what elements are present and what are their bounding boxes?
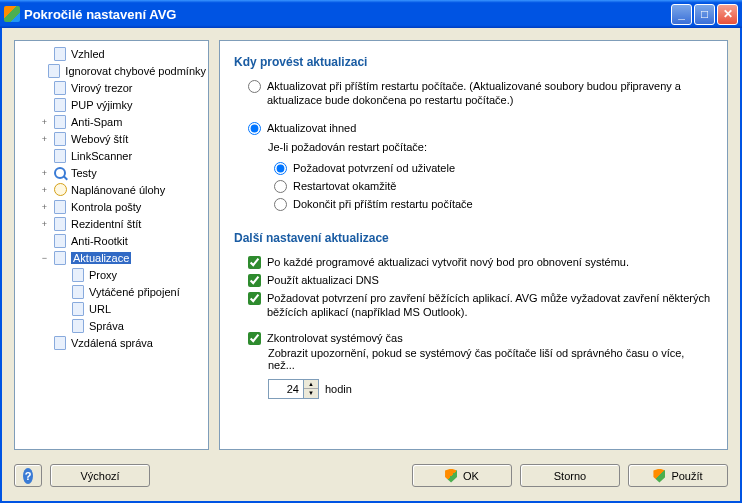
page-icon [70, 318, 86, 334]
radio-update-now-input[interactable] [248, 122, 261, 135]
check-restore-point-label: Po každé programové aktualizaci vytvořit… [267, 255, 713, 269]
maximize-button[interactable]: □ [694, 4, 715, 25]
shield-icon [653, 469, 665, 483]
tree-item[interactable]: +Webový štít [17, 130, 206, 147]
clock-icon [52, 182, 68, 198]
tree-pane: VzhledIgnorovat chybové podmínkyVirový t… [14, 40, 209, 450]
content-pane: Kdy provést aktualizaci Aktualizovat při… [219, 40, 728, 450]
tree-item[interactable]: +Rezidentní štít [17, 215, 206, 232]
tree-item-label: URL [89, 303, 111, 315]
radio-update-on-restart[interactable]: Aktualizovat při příštím restartu počíta… [234, 77, 713, 109]
tree-item[interactable]: URL [17, 300, 206, 317]
tree-item[interactable]: Správa [17, 317, 206, 334]
tree-item-label: Proxy [89, 269, 117, 281]
check-dns[interactable]: Použít aktualizaci DNS [234, 271, 713, 289]
tree-item[interactable]: Virový trezor [17, 79, 206, 96]
tree-item[interactable]: +Testy [17, 164, 206, 181]
radio-update-now-label: Aktualizovat ihned [267, 121, 356, 135]
cancel-button[interactable]: Storno [520, 464, 620, 487]
restart-subdesc: Je-li požadován restart počítače: [234, 141, 713, 153]
tree-item[interactable]: Vzdálená správa [17, 334, 206, 351]
check-close-confirm[interactable]: Požadovat potvrzení pro zavření běžících… [234, 289, 713, 321]
page-icon [52, 97, 68, 113]
radio-sub-immediate-input[interactable] [274, 180, 287, 193]
radio-sub-confirm[interactable]: Požadovat potvrzení od uživatele [234, 159, 713, 177]
page-icon [70, 267, 86, 283]
tree-item[interactable]: Vytáčené připojení [17, 283, 206, 300]
footer: ? Výchozí OK Storno Použít [14, 464, 728, 487]
window-title: Pokročilé nastavení AVG [24, 7, 669, 22]
tree-item[interactable]: LinkScanner [17, 147, 206, 164]
expand-icon[interactable]: + [39, 185, 50, 195]
window-body: VzhledIgnorovat chybové podmínkyVirový t… [0, 28, 742, 503]
tree-item-label: Virový trezor [71, 82, 133, 94]
radio-sub-next-restart-label: Dokončit při příštím restartu počítače [293, 197, 473, 211]
tree-item[interactable]: Anti-Rootkit [17, 232, 206, 249]
tree-item[interactable]: +Naplánované úlohy [17, 181, 206, 198]
page-icon [52, 233, 68, 249]
check-close-confirm-label: Požadovat potvrzení pro zavření běžících… [267, 291, 713, 319]
tree-item-label: Vytáčené připojení [89, 286, 180, 298]
close-button[interactable]: ✕ [717, 4, 738, 25]
mag-icon [52, 165, 68, 181]
help-button[interactable]: ? [14, 464, 42, 487]
page-icon [52, 250, 68, 266]
expand-icon[interactable]: + [39, 202, 50, 212]
hours-row: ▲ ▼ hodin [234, 379, 713, 399]
check-restore-point[interactable]: Po každé programové aktualizaci vytvořit… [234, 253, 713, 271]
radio-sub-immediate[interactable]: Restartovat okamžitě [234, 177, 713, 195]
radio-sub-confirm-input[interactable] [274, 162, 287, 175]
check-close-confirm-input[interactable] [248, 292, 261, 305]
tree-item[interactable]: Proxy [17, 266, 206, 283]
expand-icon[interactable]: + [39, 168, 50, 178]
tree-item-label: Anti-Rootkit [71, 235, 128, 247]
section2-title: Další nastavení aktualizace [234, 231, 713, 245]
tree-item[interactable]: −Aktualizace [17, 249, 206, 266]
app-icon [4, 6, 20, 22]
tree-item-label: Anti-Spam [71, 116, 122, 128]
tree-item[interactable]: PUP výjimky [17, 96, 206, 113]
tree-item-label: Správa [89, 320, 124, 332]
radio-update-on-restart-input[interactable] [248, 80, 261, 93]
spinner-down[interactable]: ▼ [304, 389, 318, 398]
settings-tree: VzhledIgnorovat chybové podmínkyVirový t… [17, 45, 206, 351]
spinner-up[interactable]: ▲ [304, 380, 318, 389]
page-icon [52, 114, 68, 130]
hours-input[interactable] [269, 380, 303, 398]
tree-item-label: Kontrola pošty [71, 201, 141, 213]
page-icon [46, 63, 62, 79]
minimize-button[interactable]: _ [671, 4, 692, 25]
page-icon [52, 80, 68, 96]
radio-sub-next-restart-input[interactable] [274, 198, 287, 211]
expand-icon[interactable]: − [39, 253, 50, 263]
apply-button[interactable]: Použít [628, 464, 728, 487]
expand-icon[interactable]: + [39, 134, 50, 144]
check-systime-input[interactable] [248, 332, 261, 345]
ok-button[interactable]: OK [412, 464, 512, 487]
default-button[interactable]: Výchozí [50, 464, 150, 487]
hours-spinner[interactable]: ▲ ▼ [268, 379, 319, 399]
help-icon: ? [23, 468, 33, 484]
page-icon [52, 216, 68, 232]
tree-item-label: Ignorovat chybové podmínky [65, 65, 206, 77]
tree-item-label: Vzhled [71, 48, 105, 60]
page-icon [52, 131, 68, 147]
systime-desc: Zobrazit upozornění, pokud se systémový … [234, 347, 713, 371]
tree-item[interactable]: Ignorovat chybové podmínky [17, 62, 206, 79]
radio-sub-next-restart[interactable]: Dokončit při příštím restartu počítače [234, 195, 713, 213]
expand-icon[interactable]: + [39, 117, 50, 127]
tree-item-label: PUP výjimky [71, 99, 133, 111]
page-icon [70, 301, 86, 317]
tree-item[interactable]: +Kontrola pošty [17, 198, 206, 215]
tree-item[interactable]: +Anti-Spam [17, 113, 206, 130]
expand-icon[interactable]: + [39, 219, 50, 229]
check-systime[interactable]: Zkontrolovat systémový čas [234, 329, 713, 347]
radio-update-now[interactable]: Aktualizovat ihned [234, 119, 713, 137]
tree-item[interactable]: Vzhled [17, 45, 206, 62]
check-dns-input[interactable] [248, 274, 261, 287]
page-icon [52, 148, 68, 164]
tree-item-label: Webový štít [71, 133, 128, 145]
check-restore-point-input[interactable] [248, 256, 261, 269]
page-icon [52, 335, 68, 351]
radio-sub-immediate-label: Restartovat okamžitě [293, 179, 396, 193]
